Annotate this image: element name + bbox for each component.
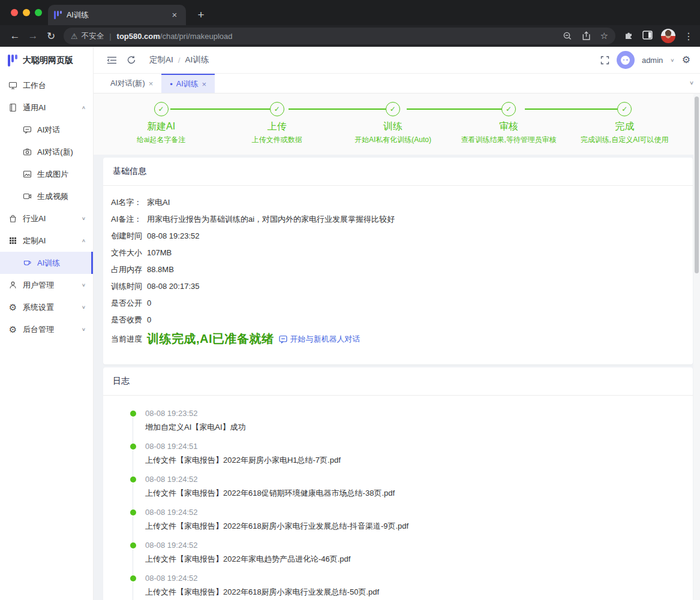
sidebar-item-backend-management[interactable]: ⚙ 后台管理 ∨: [0, 318, 93, 340]
app-frame: 大聪明网页版 工作台 通用AI ∧ AI对话 AI: [0, 47, 700, 600]
log-entry: 08-08 19:24:52 上传文件【家电报告】2022年家电趋势产品进化论-…: [103, 540, 683, 565]
browser-tabstrip: AI训练 × +: [0, 0, 700, 25]
workspace-tab-ai-training[interactable]: • AI训练 ×: [161, 74, 215, 93]
info-value: 08-08 20:17:35: [147, 281, 199, 292]
back-icon[interactable]: ←: [6, 30, 24, 42]
timeline-dot-icon: [130, 444, 136, 450]
log-time: 08-08 19:24:51: [145, 441, 683, 452]
sidebar-item-general-ai[interactable]: 通用AI ∧: [0, 97, 93, 119]
start-chat-link[interactable]: 开始与新机器人对话: [290, 334, 360, 345]
window-zoom-button[interactable]: [35, 9, 42, 16]
info-row-training-time: 训练时间 08-08 20:17:35: [111, 281, 683, 292]
sidebar: 大聪明网页版 工作台 通用AI ∧ AI对话 AI: [0, 47, 94, 600]
tab-close-icon[interactable]: ×: [149, 79, 154, 88]
settings-gear-icon[interactable]: ⚙: [682, 55, 690, 65]
app-logo: 大聪明网页版: [0, 47, 93, 74]
log-entry: 08-08 19:24:52 上传文件【家电报告】2022年618厨房小家电行业…: [103, 573, 683, 598]
security-label: 不安全: [82, 31, 104, 41]
window-minimize-button[interactable]: [23, 9, 30, 16]
user-avatar[interactable]: [617, 51, 635, 69]
browser-profile-avatar[interactable]: [661, 29, 675, 43]
log-entry: 08-08 19:24:52 上传文件【家电报告】2022年618促销期环境健康…: [103, 474, 683, 499]
new-tab-button[interactable]: +: [193, 7, 209, 23]
tab-close-icon[interactable]: ×: [169, 10, 180, 20]
timeline-dot-icon: [130, 477, 136, 483]
address-bar[interactable]: ⚠ 不安全 | top580.com /chat/pri/makeupload …: [64, 28, 615, 44]
sidebar-item-system-settings[interactable]: ⚙ 系统设置 ∨: [0, 296, 93, 318]
info-value: 88.8MB: [147, 264, 174, 275]
card-title: 日志: [103, 367, 693, 396]
log-entry: 08-08 19:23:52 增加自定义AI【家电AI】成功: [103, 408, 683, 433]
gear-icon: ⚙: [8, 325, 17, 334]
logo-bars-icon: [8, 55, 17, 67]
main-area: 定制AI / AI训练 admin ∨ ⚙ AI对话(新: [94, 47, 700, 600]
info-label: 训练时间: [111, 281, 147, 292]
sidebar-item-generate-image[interactable]: 生成图片: [0, 163, 93, 185]
info-label: 当前进度: [111, 331, 147, 347]
workspace-tab-ai-chat-new[interactable]: AI对话(新) ×: [102, 74, 161, 93]
step-desc: 给ai起名字备注: [137, 135, 185, 144]
breadcrumb-parent[interactable]: 定制AI: [149, 55, 173, 65]
sidebar-item-ai-training[interactable]: AI训练: [0, 252, 93, 274]
side-panel-icon[interactable]: [642, 31, 653, 41]
info-label: AI名字：: [111, 197, 147, 208]
card-title: 基础信息: [103, 158, 693, 186]
user-chevron-down-icon[interactable]: ∨: [670, 58, 674, 63]
chevron-down-icon: ∨: [82, 216, 86, 221]
browser-tab[interactable]: AI训练 ×: [48, 5, 186, 25]
sidebar-item-label: 生成视频: [37, 191, 68, 202]
workspace-tab-bar: AI对话(新) × • AI训练 × ∨: [94, 74, 700, 94]
extensions-puzzle-icon[interactable]: [624, 30, 634, 42]
sidebar-item-industry-ai[interactable]: 行业AI ∨: [0, 207, 93, 230]
site-favicon-bars-icon: [54, 11, 62, 19]
scrollbar-thumb[interactable]: [695, 97, 699, 273]
sidebar-item-ai-chat[interactable]: AI对话: [0, 119, 93, 141]
zoom-out-icon[interactable]: [563, 31, 572, 41]
sidebar-nav: 工作台 通用AI ∧ AI对话 AI对话(新) 生成图片: [0, 74, 93, 340]
fullscreen-icon[interactable]: [600, 56, 609, 65]
sidebar-item-user-management[interactable]: 用户管理 ∨: [0, 274, 93, 296]
sidebar-item-custom-ai[interactable]: 定制AI ∧: [0, 230, 93, 252]
username[interactable]: admin: [642, 56, 663, 65]
log-time: 08-08 19:23:52: [145, 408, 683, 419]
forward-icon[interactable]: →: [24, 30, 42, 42]
bookmark-star-icon[interactable]: ☆: [600, 31, 608, 41]
info-row-is-public: 是否公开 0: [111, 297, 683, 309]
step-check-icon: ✓: [617, 102, 632, 116]
chevron-down-icon: ∨: [82, 327, 86, 332]
reload-icon[interactable]: ↻: [42, 30, 60, 43]
image-icon: [23, 170, 32, 179]
chat-bubble-icon: [279, 335, 287, 343]
step-title: 新建AI: [147, 120, 175, 133]
step-connector: [170, 108, 271, 110]
step-connector: [289, 108, 389, 110]
not-secure-warning-icon: ⚠: [71, 32, 78, 41]
log-text: 上传文件【家电报告】2022年厨房小家电H1总结-7页.pdf: [145, 455, 683, 466]
info-row-created-time: 创建时间 08-08 19:23:52: [111, 230, 683, 242]
grid-icon: [8, 236, 17, 245]
chevron-down-icon: ∨: [82, 282, 86, 288]
step-check-icon: ✓: [270, 102, 284, 116]
sidebar-item-ai-chat-new[interactable]: AI对话(新): [0, 141, 93, 163]
breadcrumb: 定制AI / AI训练: [149, 55, 209, 65]
browser-menu-icon[interactable]: ⋮: [684, 31, 693, 42]
user-icon: [8, 281, 17, 290]
video-camera-icon: [23, 192, 32, 201]
step-connector: [407, 108, 507, 110]
log-text: 增加自定义AI【家电AI】成功: [145, 422, 683, 433]
sidebar-item-label: 生成图片: [37, 169, 68, 180]
tab-options-chevron-icon[interactable]: ∨: [689, 80, 694, 86]
window-close-button[interactable]: [11, 9, 18, 16]
breadcrumb-separator: /: [178, 56, 181, 65]
step-title: 审核: [499, 120, 518, 133]
step-desc: 查看训练结果,等待管理员审核: [461, 135, 556, 144]
collapse-sidebar-icon[interactable]: [107, 56, 117, 65]
info-row-is-paid: 是否收费 0: [111, 314, 683, 325]
tab-close-icon[interactable]: ×: [202, 80, 207, 89]
sidebar-item-workbench[interactable]: 工作台: [0, 74, 93, 97]
vertical-scrollbar[interactable]: [693, 94, 700, 600]
step-check-icon: ✓: [501, 102, 516, 116]
sidebar-item-generate-video[interactable]: 生成视频: [0, 185, 93, 207]
refresh-icon[interactable]: [127, 55, 136, 65]
share-icon[interactable]: [582, 31, 591, 41]
